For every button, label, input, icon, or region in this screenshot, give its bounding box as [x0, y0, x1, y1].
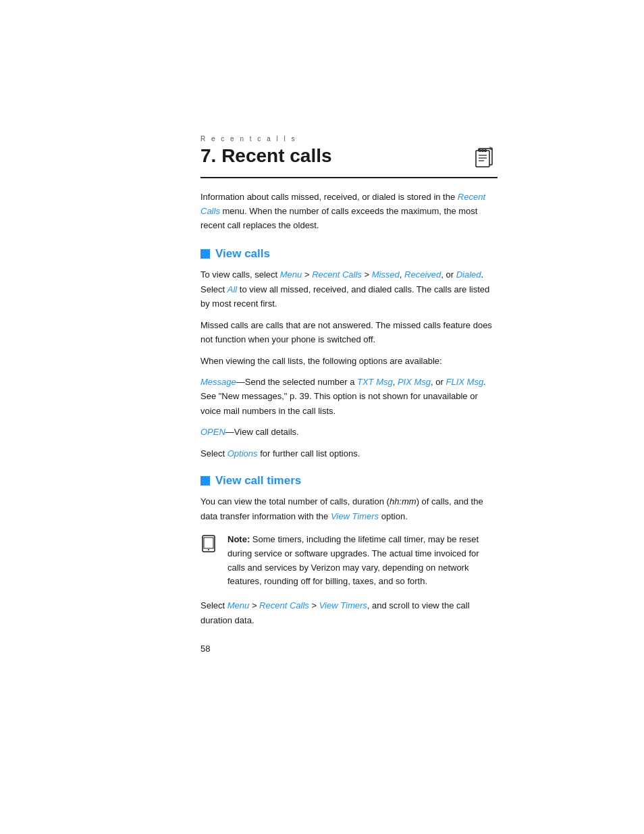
- intro-paragraph: Information about calls missed, received…: [200, 190, 498, 232]
- note-label: Note:: [227, 534, 250, 544]
- select-options: Select Options for further call list opt…: [200, 446, 498, 461]
- received-link[interactable]: Received: [404, 269, 441, 280]
- view-calls-heading: View calls: [200, 247, 498, 261]
- svg-text:5: 5: [489, 147, 493, 151]
- view-timers-p1: You can view the total number of calls, …: [200, 494, 498, 523]
- select-menu-paragraph: Select Menu > Recent Calls > View Timers…: [200, 598, 498, 627]
- section-label: R e c e n t c a l l s: [200, 135, 498, 142]
- note-icon: [200, 534, 219, 555]
- view-calls-square-icon: [200, 249, 210, 259]
- dialed-link[interactable]: Dialed: [456, 269, 481, 280]
- view-calls-p1: To view calls, select Menu > Recent Call…: [200, 267, 498, 311]
- open-option: OPEN—View call details.: [200, 425, 498, 439]
- view-timers-title: View call timers: [215, 474, 301, 488]
- all-link[interactable]: All: [227, 284, 237, 294]
- message-label: Message: [200, 377, 236, 387]
- page: R e c e n t c a l l s 7. Recent calls: [0, 0, 644, 834]
- menu-link-2[interactable]: Menu: [227, 600, 250, 610]
- options-link[interactable]: Options: [227, 448, 258, 459]
- recent-calls-link-2[interactable]: Recent Calls: [259, 600, 309, 610]
- chapter-title: 7. Recent calls: [200, 145, 332, 167]
- view-call-timers-section: View call timers You can view the total …: [200, 474, 498, 627]
- view-timers-link[interactable]: View Timers: [331, 511, 379, 521]
- svg-rect-1: [476, 151, 489, 167]
- recent-calls-link-1[interactable]: Recent Calls: [312, 269, 362, 280]
- page-number: 58: [200, 644, 498, 654]
- note-text: Note: Some timers, including the lifetim…: [227, 533, 498, 589]
- view-calls-section: View calls To view calls, select Menu > …: [200, 247, 498, 461]
- chapter-icon: 5: [472, 147, 498, 173]
- view-timers-link-2[interactable]: View Timers: [319, 600, 367, 610]
- missed-link[interactable]: Missed: [372, 269, 400, 280]
- view-timers-square-icon: [200, 476, 210, 486]
- svg-point-11: [208, 549, 209, 550]
- menu-link-1[interactable]: Menu: [280, 269, 302, 280]
- flix-msg-link[interactable]: FLIX Msg: [446, 377, 483, 387]
- chapter-header: 7. Recent calls: [200, 145, 498, 178]
- pix-msg-link[interactable]: PIX Msg: [398, 377, 431, 387]
- message-option: Message—Send the selected number a TXT M…: [200, 375, 498, 418]
- note-box: Note: Some timers, including the lifetim…: [200, 533, 498, 589]
- view-calls-p3: When viewing the call lists, the followi…: [200, 354, 498, 368]
- open-label: OPEN: [200, 427, 225, 437]
- view-calls-title: View calls: [215, 247, 270, 261]
- txt-msg-link[interactable]: TXT Msg: [357, 377, 393, 387]
- hh-mm-text: hh:mm: [390, 496, 417, 506]
- view-timers-heading: View call timers: [200, 474, 498, 488]
- content-area: R e c e n t c a l l s 7. Recent calls: [65, 0, 579, 708]
- view-calls-p2: Missed calls are calls that are not answ…: [200, 318, 498, 347]
